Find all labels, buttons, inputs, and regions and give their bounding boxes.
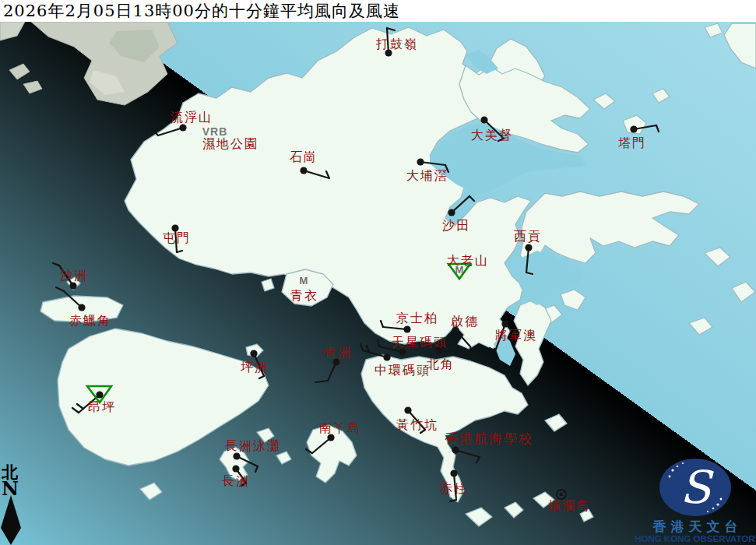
station-label: 大埔滘 [406, 168, 448, 183]
station-label: 打鼓嶺 [375, 37, 418, 51]
station-dot [300, 167, 307, 174]
station-dot [179, 124, 186, 131]
station-label: 昂坪 [88, 399, 116, 414]
map: 打鼓嶺流浮山VRB濕地公園石崗大埔滘沙田大美督塔門屯門沙洲赤鱲角西貢M大老山M青… [0, 0, 756, 545]
station-label: 大美督 [471, 128, 513, 142]
calm-station-ring-center [560, 493, 563, 496]
station-label: 青洲 [324, 345, 352, 360]
station-dot [525, 244, 532, 251]
station-dot [448, 209, 455, 216]
station-label: 長洲泳灘 [225, 438, 281, 453]
m-marker: M [300, 275, 308, 287]
station-label: 流浮山 [171, 110, 213, 125]
map-title: 2026年2月05日13時00分的十分鐘平均風向及風速 [0, 0, 400, 22]
station-label: 赤鱲角 [69, 313, 111, 328]
station-label: 屯門 [163, 230, 191, 245]
station-label: 北角 [427, 357, 455, 371]
station-label: 坪洲 [241, 360, 269, 374]
station-label: 青衣 [290, 288, 318, 303]
station-dot [250, 350, 257, 357]
station-dot [233, 452, 240, 459]
station-label: 西貢 [514, 229, 542, 244]
wind-barb-shaft [439, 351, 466, 352]
station-label: 南丫島 [319, 420, 361, 435]
station-dot [69, 282, 76, 289]
station-dot [383, 353, 390, 360]
hko-logo-name-en: HONG KONG OBSERVATORY [635, 534, 756, 543]
station-label: 黃竹坑 [396, 417, 438, 432]
station-label: 京士柏 [396, 311, 438, 325]
station-dot [480, 116, 487, 123]
station-label: 赤柱 [440, 481, 468, 496]
station-label: 天星碼頭 [392, 335, 448, 350]
station-dot [501, 320, 508, 327]
station-dot [404, 406, 411, 413]
station-dot [232, 465, 239, 472]
station-dot [417, 158, 424, 165]
station-label: 長洲 [222, 473, 250, 488]
station-label: 沙洲 [60, 268, 88, 283]
station-label: 中環碼頭 [374, 363, 431, 378]
station-dot [78, 304, 85, 311]
station-dot [403, 325, 410, 332]
station-label: 橫瀾島 [548, 498, 590, 513]
compass-north-letter: N [2, 477, 19, 500]
station-label: 啟德 [451, 314, 479, 329]
station-dot [96, 391, 103, 398]
wind-map-frame: 打鼓嶺流浮山VRB濕地公園石崗大埔滘沙田大美督塔門屯門沙洲赤鱲角西貢M大老山M青… [0, 0, 756, 545]
station-dot [450, 469, 457, 476]
station-label: 大老山 [447, 253, 489, 268]
station-dot [630, 125, 637, 132]
station-dot [452, 446, 459, 453]
station-label: 將軍澳 [495, 328, 537, 343]
station-label: 塔門 [618, 135, 646, 150]
title-bar: 2026年2月05日13時00分的十分鐘平均風向及風速 [0, 0, 756, 22]
station-label: 沙田 [442, 218, 470, 233]
station-label: 石崗 [290, 149, 318, 164]
station-label: 濕地公園 [202, 136, 258, 151]
station-label: 香港航海學校 [445, 431, 533, 446]
hko-logo-name-zh: 香港天文台 [652, 519, 743, 534]
hko-logo-s-curve: S [680, 461, 714, 514]
station-dot [435, 347, 442, 354]
